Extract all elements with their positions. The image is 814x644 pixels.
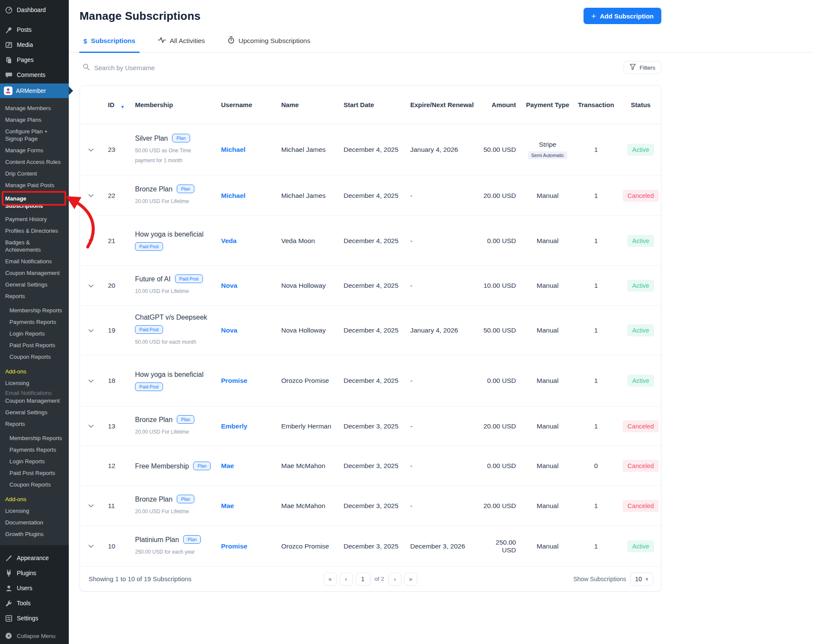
column-header-id[interactable]: ID▼ [101, 101, 127, 108]
expand-row-button[interactable] [86, 376, 95, 386]
sidebar-item-manage-subscriptions[interactable]: Manage Subscriptions [0, 193, 69, 212]
membership-title-line: How yoga is beneficial [135, 231, 209, 238]
sidebar-item-drip-content[interactable]: Drip Content [0, 168, 69, 179]
sidebar-item-paid-post-reports[interactable]: Paid Post Reports [0, 339, 69, 351]
username-link[interactable]: Promise [221, 377, 247, 384]
payment-type: Manual [523, 377, 572, 385]
sidebar-item-membership-reports[interactable]: Membership Reports [0, 305, 69, 316]
expand-row-button[interactable] [86, 236, 95, 246]
sidebar-item-label: Dashboard [17, 7, 46, 13]
sidebar-item-licensing[interactable]: Licensing [0, 505, 69, 517]
membership-title: Bronze Plan [135, 416, 172, 423]
sidebar-item-coupon-management[interactable]: Coupon Management [0, 395, 69, 407]
expand-row-button[interactable] [86, 191, 95, 200]
expand-row-button[interactable] [86, 501, 95, 511]
sidebar-item-label: Media [17, 42, 33, 48]
tab-subscriptions[interactable]: $ Subscriptions [82, 34, 137, 52]
sidebar-item-manage-members[interactable]: Manage Members [0, 102, 69, 114]
expand-row-button[interactable] [86, 145, 95, 155]
sidebar-item-pages[interactable]: Pages [0, 52, 69, 68]
sidebar-item-armember[interactable]: ARMember [0, 83, 69, 98]
sort-descending-icon[interactable]: ▼ [120, 105, 125, 109]
sidebar-item-tools[interactable]: Tools [0, 596, 69, 611]
sidebar-item-general-settings[interactable]: General Settings [0, 279, 69, 290]
username-link[interactable]: Mae [221, 502, 234, 509]
username-link[interactable]: Emberly [221, 422, 247, 430]
sidebar-item-coupon-reports[interactable]: Coupon Reports [0, 351, 69, 363]
expand-row-button[interactable] [86, 541, 95, 551]
payment-type: Manual [523, 192, 572, 200]
status-badge: Active [627, 540, 654, 552]
sidebar-item-manage-plans[interactable]: Manage Plans [0, 114, 69, 126]
next-page-button[interactable]: › [388, 573, 401, 585]
sidebar-item-plugins[interactable]: Plugins [0, 566, 69, 581]
sidebar-item-add-ons[interactable]: Add-ons [0, 493, 69, 505]
expire-next-renewal: - [402, 237, 480, 245]
sidebar-item-login-reports[interactable]: Login Reports [0, 328, 69, 339]
status-cell: Canceled [620, 460, 661, 472]
username-link[interactable]: Nova [221, 327, 237, 334]
column-header-start-date: Start Date [336, 101, 402, 108]
sidebar-item-payment-history[interactable]: Payment History [0, 213, 69, 225]
sidebar-item-payments-reports[interactable]: Payments Reports [0, 444, 69, 456]
payment-type: Manual [523, 462, 572, 470]
add-subscription-button[interactable]: + Add Subscription [584, 8, 661, 24]
first-page-button[interactable]: « [324, 573, 337, 585]
username-link[interactable]: Promise [221, 542, 247, 550]
membership-description: 20.00 USD For Lifetime [135, 197, 209, 206]
sidebar-item-coupon-management[interactable]: Coupon Management [0, 267, 69, 279]
expand-row-button[interactable] [86, 281, 95, 291]
expand-row-button[interactable] [86, 421, 95, 431]
sidebar-item-payments-reports[interactable]: Payments Reports [0, 316, 69, 328]
username-link[interactable]: Nova [221, 282, 237, 289]
sidebar-item-media[interactable]: Media [0, 37, 69, 52]
sidebar-item-dashboard[interactable]: Dashboard [0, 3, 69, 18]
username-link[interactable]: Mae [221, 462, 234, 469]
sidebar-item-paid-post-reports[interactable]: Paid Post Reports [0, 467, 69, 479]
amount: 0.00 USD [480, 377, 523, 385]
last-page-button[interactable]: » [404, 573, 417, 585]
sidebar-item-manage-forms[interactable]: Manage Forms [0, 145, 69, 156]
sidebar-item-growth-plugins[interactable]: Growth Plugins [0, 528, 69, 540]
filters-button[interactable]: Filters [624, 61, 661, 74]
sidebar-item-profiles-directories[interactable]: Profiles & Directories [0, 225, 69, 237]
sidebar-item-badges-achievements[interactable]: Badges & Achievements [0, 237, 69, 256]
chevron-down-icon [88, 147, 94, 153]
username-cell: Emberly [213, 422, 273, 430]
membership-cell: Future of AIPaid Post10.00 USD For Lifet… [127, 268, 213, 303]
search-input[interactable] [94, 64, 240, 71]
sidebar-item-users[interactable]: Users [0, 581, 69, 596]
status-cell: Active [620, 235, 661, 247]
sidebar-item-configure-plan-signup-page[interactable]: Configure Plan + Signup Page [0, 126, 69, 145]
sidebar-item-settings[interactable]: Settings [0, 611, 69, 626]
sidebar-item-login-reports[interactable]: Login Reports [0, 456, 69, 467]
sidebar-item-documentation[interactable]: Documentation [0, 517, 69, 528]
sidebar-item-reports[interactable]: Reports [0, 418, 69, 430]
sidebar-item-comments[interactable]: Comments [0, 68, 69, 83]
sidebar-item-membership-reports[interactable]: Membership Reports [0, 432, 69, 444]
sidebar-item-posts[interactable]: Posts [0, 22, 69, 37]
sidebar-item-general-settings[interactable]: General Settings [0, 407, 69, 418]
sidebar-item-email-notifications[interactable]: Email Notifications [0, 389, 69, 395]
sidebar-collapse-menu[interactable]: Collapse Menu [0, 629, 69, 643]
sidebar-item-manage-paid-posts[interactable]: Manage Paid Posts [0, 179, 69, 191]
previous-page-button[interactable]: ‹ [340, 573, 353, 585]
sidebar-item-email-notifications[interactable]: Email Notifications [0, 256, 69, 267]
username-link[interactable]: Michael [221, 192, 246, 199]
page-size-select[interactable]: 10 ∨ [630, 573, 653, 585]
username-link[interactable]: Michael [221, 146, 246, 153]
amount: 20.00 USD [480, 192, 523, 200]
expand-row-button[interactable] [86, 326, 95, 336]
current-page-box[interactable]: 1 [356, 573, 370, 585]
username-link[interactable]: Veda [221, 237, 237, 244]
sidebar-item-coupon-reports[interactable]: Coupon Reports [0, 479, 69, 490]
tab-upcoming-subscriptions[interactable]: Upcoming Subscriptions [226, 34, 312, 52]
sidebar-item-content-access-rules[interactable]: Content Access Rules [0, 156, 69, 168]
sidebar-item-reports[interactable]: Reports [0, 290, 69, 302]
status-cell: Canceled [620, 420, 661, 432]
sidebar-item-appearance[interactable]: Appearance [0, 551, 69, 566]
chevron-down-icon [88, 283, 94, 289]
tab-all-activities[interactable]: All Activities [156, 34, 207, 52]
sidebar-item-licensing[interactable]: Licensing [0, 377, 69, 389]
sidebar-item-add-ons[interactable]: Add-ons [0, 366, 69, 377]
